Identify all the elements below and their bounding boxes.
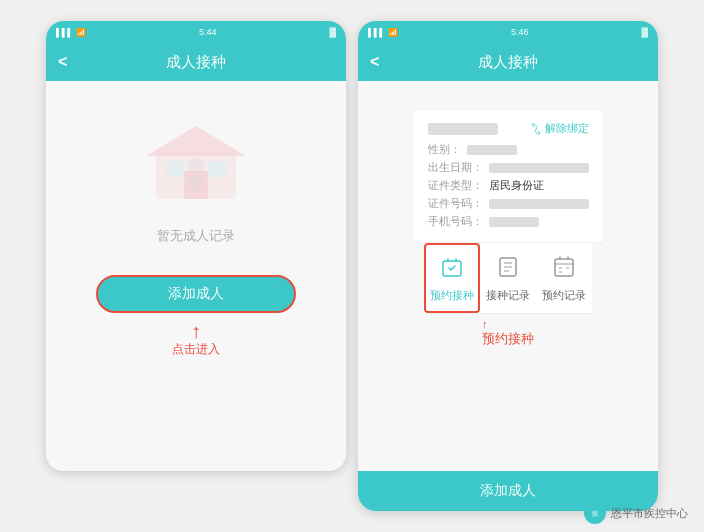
- watermark-icon: 疾: [584, 502, 606, 524]
- empty-illustration: [136, 111, 256, 211]
- tab-bar: 预约接种 接种记录: [424, 243, 592, 314]
- phone-label: 手机号码：: [428, 214, 483, 229]
- tab-record[interactable]: 接种记录: [480, 243, 536, 313]
- tab-appt-record-label: 预约记录: [542, 288, 586, 303]
- user-name-blur: [428, 123, 498, 135]
- id-number-row: 证件号码：: [428, 196, 589, 211]
- birthdate-row: 出生日期：: [428, 160, 589, 175]
- left-app-header: < 成人接种: [46, 43, 346, 81]
- battery-icon: ▓: [329, 27, 336, 37]
- svg-rect-4: [208, 161, 226, 177]
- time-display: 5:44: [199, 27, 217, 37]
- user-name-row: 解除绑定: [428, 121, 589, 136]
- birthdate-label: 出生日期：: [428, 160, 483, 175]
- right-signal-icon: ▌▌▌: [368, 28, 385, 37]
- wifi-icon: 📶: [76, 28, 86, 37]
- id-number-label: 证件号码：: [428, 196, 483, 211]
- phone-value: [489, 217, 539, 227]
- right-bottom-label: 添加成人: [480, 482, 536, 500]
- right-battery-icon: ▓: [641, 27, 648, 37]
- right-header-title: 成人接种: [478, 53, 538, 72]
- gender-row: 性别：: [428, 142, 589, 157]
- id-type-value: 居民身份证: [489, 178, 544, 193]
- right-wifi-icon: 📶: [388, 28, 398, 37]
- appt-record-icon: [552, 255, 576, 284]
- right-annotation-container: ↑ 预约接种: [452, 314, 564, 352]
- left-annotation: ↑ 点击进入: [172, 321, 220, 358]
- svg-marker-1: [146, 126, 246, 156]
- right-screen-content: 解除绑定 性别： 出生日期： 证件类型： 居民身份证 证件号码：: [358, 81, 658, 471]
- svg-point-5: [188, 158, 204, 174]
- unbind-label: 解除绑定: [545, 121, 589, 136]
- svg-rect-3: [166, 161, 184, 177]
- right-back-button[interactable]: <: [370, 53, 379, 71]
- right-status-bar: ▌▌▌ 📶 5:46 ▓: [358, 21, 658, 43]
- watermark-text: 恩平市疾控中心: [611, 506, 688, 521]
- watermark: 疾 恩平市疾控中心: [584, 502, 688, 524]
- tab-appt-record[interactable]: 预约记录: [536, 243, 592, 313]
- left-status-bar: ▌▌▌ 📶 5:44 ▓: [46, 21, 346, 43]
- add-adult-button[interactable]: 添加成人: [96, 275, 296, 313]
- user-card: 解除绑定 性别： 出生日期： 证件类型： 居民身份证 证件号码：: [414, 111, 603, 243]
- phone-row: 手机号码：: [428, 214, 589, 229]
- record-icon: [496, 255, 520, 284]
- svg-text:疾: 疾: [592, 510, 599, 517]
- annotation-label: 点击进入: [172, 341, 220, 358]
- right-phone: ▌▌▌ 📶 5:46 ▓ < 成人接种: [358, 21, 658, 511]
- svg-line-7: [535, 128, 537, 130]
- signal-icon: ▌▌▌: [56, 28, 73, 37]
- id-number-value: [489, 199, 589, 209]
- right-annotation-text: 预约接种: [482, 330, 534, 348]
- left-phone: ▌▌▌ 📶 5:44 ▓ < 成人接种: [46, 21, 346, 471]
- id-type-label: 证件类型：: [428, 178, 483, 193]
- right-time-display: 5:46: [511, 27, 529, 37]
- right-annotation-arrow: ↑: [482, 318, 488, 330]
- left-screen-content: 暂无成人记录 添加成人 ↑ 点击进入: [46, 81, 346, 471]
- annotation-up-arrow: ↑: [191, 321, 201, 341]
- gender-value: [467, 145, 517, 155]
- tab-appointment[interactable]: 预约接种: [424, 243, 480, 313]
- tab-record-label: 接种记录: [486, 288, 530, 303]
- unbind-button[interactable]: 解除绑定: [530, 121, 589, 136]
- add-adult-label: 添加成人: [168, 285, 224, 303]
- left-back-button[interactable]: <: [58, 53, 67, 71]
- tab-appointment-label: 预约接种: [430, 288, 474, 303]
- svg-rect-13: [555, 259, 573, 276]
- birthdate-value: [489, 163, 589, 173]
- svg-rect-6: [190, 175, 202, 191]
- empty-text: 暂无成人记录: [157, 227, 235, 245]
- id-type-row: 证件类型： 居民身份证: [428, 178, 589, 193]
- appointment-icon: [440, 255, 464, 284]
- left-header-title: 成人接种: [166, 53, 226, 72]
- gender-label: 性别：: [428, 142, 461, 157]
- right-app-header: < 成人接种: [358, 43, 658, 81]
